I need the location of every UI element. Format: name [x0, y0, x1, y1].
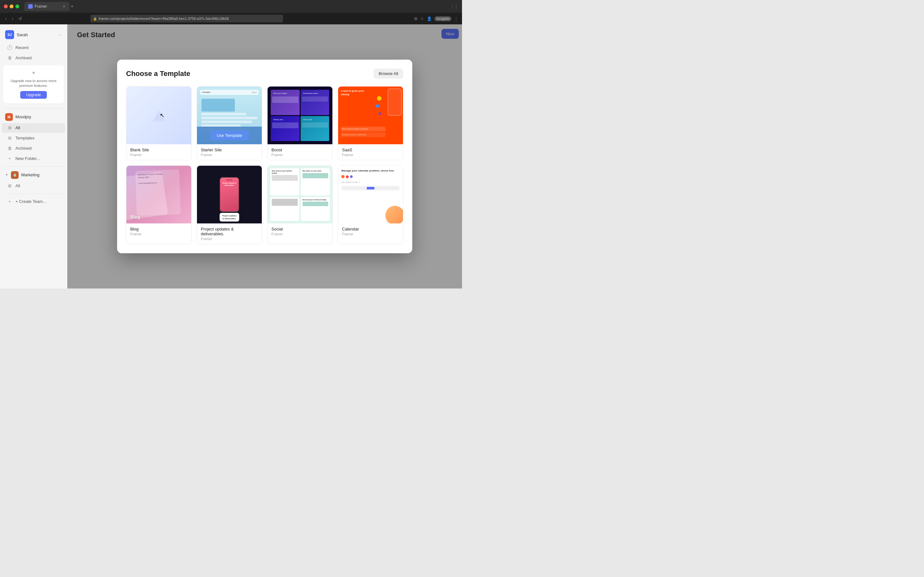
template-thumbnail-project: Project updates & deliverables. Project …	[197, 166, 262, 223]
upgrade-button[interactable]: Upgrade	[20, 91, 47, 99]
cal-red-dot	[346, 175, 349, 178]
starter-nav-bar: FRAMER About	[200, 90, 258, 95]
boost-cell-1: Boost your website	[271, 90, 300, 115]
cal-cell	[359, 187, 366, 189]
user-avatar: SJ	[5, 30, 14, 39]
sidebar-item-label: Archived	[15, 55, 32, 60]
upgrade-box: ✦ Upgrade now to access more premium fea…	[3, 65, 64, 103]
window-list-icon: ⋮⋮	[451, 4, 458, 9]
template-grid: ↖ Blank Site Framer FRAMER About	[126, 86, 403, 244]
template-card-starter-site[interactable]: FRAMER About	[197, 86, 262, 160]
starter-hover-overlay: Use Template	[197, 127, 262, 144]
saas-card-text-2: Build great customer relationships	[342, 134, 384, 136]
project-card-text: Project updates& deliverables.	[222, 214, 236, 220]
cal-orange-circle	[385, 206, 403, 223]
template-thumbnail-blog: Building the Future of DesignFramer 2024…	[126, 166, 191, 223]
template-card-social[interactable]: Stay close to your favorite people. Say …	[267, 165, 333, 244]
new-tab-button[interactable]: +	[71, 3, 73, 9]
starter-text-2	[202, 117, 257, 119]
saas-cards-area: Solve customer problems proactively Buil…	[341, 127, 386, 137]
project-phone: Project updates & deliverables.	[220, 177, 239, 212]
modal-title: Choose a Template	[126, 69, 190, 78]
browser-action-buttons: ⚙ ☆ 👤 Incognito ⋮	[414, 16, 458, 21]
template-info-starter: Starter Site Framer	[197, 144, 262, 160]
cal-cell	[383, 187, 391, 189]
modal-header: Choose a Template Browse All	[126, 69, 403, 79]
plus-icon: +	[7, 156, 12, 161]
template-thumbnail-social: Stay close to your favorite people. Say …	[268, 166, 333, 223]
sidebar-item-templates[interactable]: ⊞ Templates	[2, 133, 65, 143]
marketing-avatar: 🍵	[11, 171, 19, 179]
reload-button[interactable]: ↺	[17, 15, 23, 23]
calendar-dots-row	[341, 175, 400, 178]
browse-all-button[interactable]: Browse All	[373, 69, 403, 79]
cal-blue-dot	[350, 175, 352, 178]
chevron-down-icon: ▼	[5, 173, 8, 177]
template-thumbnail-boost: Boost your website Empowering creators B…	[268, 87, 333, 144]
calendar-headline: Manage your calendar problem, stress fre…	[341, 169, 400, 172]
marketing-section-header[interactable]: ▼ 🍵 Marketing	[0, 169, 67, 181]
traffic-lights	[4, 5, 19, 8]
sidebar-item-label: All	[15, 125, 20, 130]
template-card-calendar[interactable]: Manage your calendar problem, stress fre…	[338, 165, 403, 244]
boost-person-img	[302, 97, 328, 102]
template-name: SaaS	[342, 147, 399, 152]
maximize-window-button[interactable]	[15, 5, 19, 8]
templates-icon: ⊞	[7, 135, 12, 141]
tab-close-button[interactable]: ✕	[63, 5, 65, 9]
window-controls: ⋮⋮	[433, 4, 458, 9]
sidebar-item-archived-top[interactable]: 🗑 Archived	[2, 53, 65, 63]
sidebar-divider-2	[4, 166, 63, 167]
sidebar: SJ Sarah ··· 🕐 Recent 🗑 Archived ✦ Upgra…	[0, 24, 67, 288]
boost-map-img	[272, 122, 298, 128]
template-card-boost[interactable]: Boost your website Empowering creators B…	[267, 86, 333, 160]
saas-card-1: Solve customer problems proactively	[341, 127, 386, 131]
social-img-1	[272, 175, 298, 181]
sidebar-item-recent[interactable]: 🕐 Recent	[2, 43, 65, 52]
sidebar-item-all[interactable]: ⊞ All	[2, 123, 65, 133]
boost-cell-4: We can help	[300, 116, 330, 141]
template-info-boost: Boost Framer	[268, 144, 333, 160]
marketing-label: Marketing	[21, 172, 39, 177]
minimize-window-button[interactable]	[10, 5, 13, 8]
template-card-blank-site[interactable]: ↖ Blank Site Framer	[126, 86, 192, 160]
use-template-button[interactable]: Use Template	[210, 131, 248, 140]
modal-overlay[interactable]: Choose a Template Browse All	[67, 24, 462, 288]
sidebar-item-label: Templates	[15, 135, 34, 140]
social-text-2: Say what's on your mind	[302, 170, 328, 172]
saas-yellow-dot	[377, 96, 381, 101]
menu-icon: ⋮	[454, 16, 458, 21]
close-window-button[interactable]	[4, 5, 8, 8]
template-card-project-updates[interactable]: Project updates & deliverables. Project …	[197, 165, 262, 244]
forward-button[interactable]: ›	[11, 15, 15, 23]
incognito-badge: Incognito	[435, 16, 451, 21]
back-button[interactable]: ‹	[4, 15, 8, 23]
template-author: Framer	[271, 153, 328, 157]
boost-text-4: We can help	[302, 117, 328, 122]
sidebar-item-marketing-all[interactable]: ⊞ All	[2, 181, 65, 191]
sparkle-icon: ✦	[31, 70, 36, 76]
extensions-icon: ⚙	[414, 16, 418, 21]
saas-card-2: Build great customer relationships	[341, 132, 386, 137]
blog-title: Blog	[130, 214, 140, 219]
template-thumbnail-blank: ↖	[126, 87, 191, 144]
user-more-button[interactable]: ···	[58, 32, 62, 37]
moodjoy-section-header[interactable]: M Moodjoy	[0, 111, 67, 123]
archived-icon: 🗑	[7, 146, 12, 151]
tab-label: Framer	[35, 4, 47, 9]
sidebar-item-archived[interactable]: 🗑 Archived	[2, 143, 65, 153]
sidebar-create-team[interactable]: + + Create Team...	[2, 197, 65, 206]
social-person-img	[272, 199, 298, 206]
trash-icon: 🗑	[7, 55, 12, 60]
main-content: Get Started Choose a Template Browse All	[67, 24, 462, 288]
browser-tab[interactable]: Framer ✕	[24, 2, 69, 11]
calendar-sub-text: Your calendar is broken. ✕	[341, 181, 400, 183]
template-card-saas[interactable]: A tool to grow your startup Solve custom…	[338, 86, 403, 160]
social-img-3	[302, 201, 328, 206]
social-cell-1: Stay close to your favorite people.	[270, 168, 299, 195]
sidebar-item-new-folder[interactable]: + New Folder...	[2, 154, 65, 163]
cal-cell-active	[367, 187, 374, 189]
template-info-social: Social Framer	[268, 223, 333, 239]
address-bar[interactable]: 🔒 framer.com/projects/folder/recent?team…	[90, 15, 283, 23]
template-card-blog[interactable]: Building the Future of DesignFramer 2024…	[126, 165, 192, 244]
